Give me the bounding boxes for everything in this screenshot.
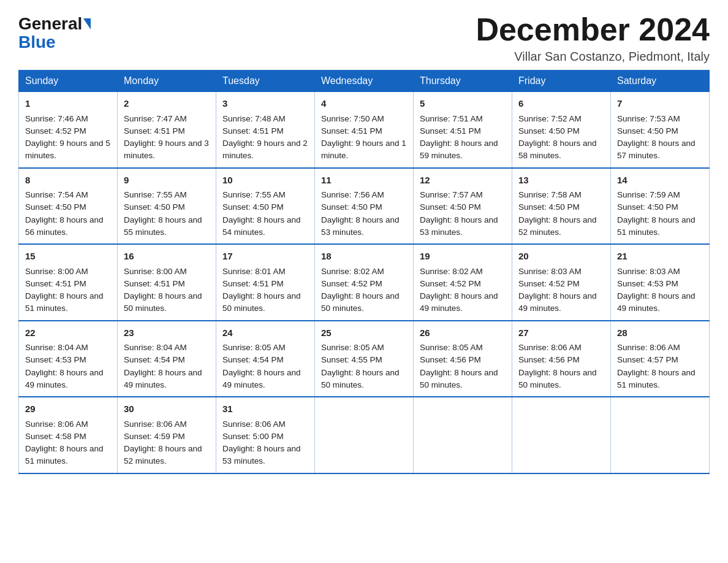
- calendar-cell: 10 Sunrise: 7:55 AMSunset: 4:50 PMDaylig…: [216, 168, 315, 245]
- calendar-cell: 27 Sunrise: 8:06 AMSunset: 4:56 PMDaylig…: [512, 321, 611, 397]
- day-number: 13: [518, 174, 604, 188]
- day-info: Sunrise: 8:01 AMSunset: 4:51 PMDaylight:…: [222, 267, 301, 313]
- calendar-header-row: SundayMondayTuesdayWednesdayThursdayFrid…: [19, 71, 710, 92]
- day-number: 11: [321, 174, 407, 188]
- day-number: 7: [617, 97, 703, 111]
- day-info: Sunrise: 7:52 AMSunset: 4:50 PMDaylight:…: [518, 114, 597, 161]
- calendar-cell: 9 Sunrise: 7:55 AMSunset: 4:50 PMDayligh…: [118, 168, 216, 245]
- day-info: Sunrise: 8:06 AMSunset: 4:56 PMDaylight:…: [518, 343, 597, 389]
- calendar-cell: 6 Sunrise: 7:52 AMSunset: 4:50 PMDayligh…: [512, 92, 611, 168]
- logo: General Blue: [18, 12, 91, 52]
- day-info: Sunrise: 7:53 AMSunset: 4:50 PMDaylight:…: [617, 114, 696, 161]
- day-info: Sunrise: 8:05 AMSunset: 4:56 PMDaylight:…: [420, 343, 498, 389]
- day-info: Sunrise: 7:47 AMSunset: 4:51 PMDaylight:…: [124, 114, 209, 161]
- calendar-cell: 14 Sunrise: 7:59 AMSunset: 4:50 PMDaylig…: [611, 168, 710, 245]
- calendar-cell: 12 Sunrise: 7:57 AMSunset: 4:50 PMDaylig…: [414, 168, 512, 245]
- day-number: 10: [222, 174, 308, 188]
- calendar-cell: 3 Sunrise: 7:48 AMSunset: 4:51 PMDayligh…: [216, 92, 315, 168]
- calendar-cell: [414, 397, 512, 473]
- calendar-cell: 4 Sunrise: 7:50 AMSunset: 4:51 PMDayligh…: [315, 92, 414, 168]
- logo-general: General: [18, 15, 82, 33]
- day-info: Sunrise: 8:06 AMSunset: 4:57 PMDaylight:…: [617, 343, 696, 389]
- day-number: 15: [25, 250, 111, 264]
- week-row-3: 15 Sunrise: 8:00 AMSunset: 4:51 PMDaylig…: [19, 244, 710, 321]
- day-info: Sunrise: 7:57 AMSunset: 4:50 PMDaylight:…: [420, 190, 498, 237]
- day-info: Sunrise: 7:50 AMSunset: 4:51 PMDaylight:…: [321, 114, 406, 161]
- header-friday: Friday: [512, 71, 611, 92]
- calendar-cell: 8 Sunrise: 7:54 AMSunset: 4:50 PMDayligh…: [19, 168, 118, 245]
- calendar-cell: [512, 397, 611, 473]
- day-number: 25: [321, 326, 407, 340]
- day-number: 12: [420, 174, 506, 188]
- calendar-cell: 28 Sunrise: 8:06 AMSunset: 4:57 PMDaylig…: [611, 321, 710, 397]
- day-number: 21: [617, 250, 703, 264]
- calendar-cell: 30 Sunrise: 8:06 AMSunset: 4:59 PMDaylig…: [118, 397, 216, 473]
- day-number: 2: [124, 97, 210, 111]
- week-row-4: 22 Sunrise: 8:04 AMSunset: 4:53 PMDaylig…: [19, 321, 710, 397]
- day-number: 23: [124, 326, 210, 340]
- day-info: Sunrise: 7:59 AMSunset: 4:50 PMDaylight:…: [617, 190, 696, 237]
- calendar-cell: 5 Sunrise: 7:51 AMSunset: 4:51 PMDayligh…: [414, 92, 512, 168]
- page-header: General Blue December 2024 Villar San Co…: [18, 12, 710, 64]
- day-info: Sunrise: 8:03 AMSunset: 4:53 PMDaylight:…: [617, 267, 696, 313]
- day-info: Sunrise: 7:48 AMSunset: 4:51 PMDaylight:…: [222, 114, 308, 161]
- logo-arrow-icon: [83, 18, 91, 29]
- day-info: Sunrise: 8:02 AMSunset: 4:52 PMDaylight:…: [420, 267, 498, 313]
- title-block: December 2024 Villar San Costanzo, Piedm…: [476, 12, 710, 64]
- calendar-cell: 25 Sunrise: 8:05 AMSunset: 4:55 PMDaylig…: [315, 321, 414, 397]
- day-info: Sunrise: 8:00 AMSunset: 4:51 PMDaylight:…: [25, 267, 104, 313]
- day-number: 26: [420, 326, 506, 340]
- day-info: Sunrise: 7:55 AMSunset: 4:50 PMDaylight:…: [124, 190, 202, 237]
- location-text: Villar San Costanzo, Piedmont, Italy: [476, 50, 710, 64]
- calendar-cell: 29 Sunrise: 8:06 AMSunset: 4:58 PMDaylig…: [19, 397, 118, 473]
- calendar-cell: 23 Sunrise: 8:04 AMSunset: 4:54 PMDaylig…: [118, 321, 216, 397]
- header-wednesday: Wednesday: [315, 71, 414, 92]
- calendar-cell: 20 Sunrise: 8:03 AMSunset: 4:52 PMDaylig…: [512, 244, 611, 321]
- day-info: Sunrise: 8:04 AMSunset: 4:53 PMDaylight:…: [25, 343, 104, 389]
- day-number: 14: [617, 174, 703, 188]
- day-number: 29: [25, 402, 111, 416]
- day-info: Sunrise: 7:51 AMSunset: 4:51 PMDaylight:…: [420, 114, 498, 161]
- day-number: 1: [25, 97, 111, 111]
- day-info: Sunrise: 8:02 AMSunset: 4:52 PMDaylight:…: [321, 267, 400, 313]
- day-number: 17: [222, 250, 308, 264]
- day-info: Sunrise: 8:06 AMSunset: 4:58 PMDaylight:…: [25, 419, 104, 466]
- day-info: Sunrise: 7:56 AMSunset: 4:50 PMDaylight:…: [321, 190, 400, 237]
- day-number: 27: [518, 326, 604, 340]
- calendar-table: SundayMondayTuesdayWednesdayThursdayFrid…: [18, 70, 710, 474]
- header-sunday: Sunday: [19, 71, 118, 92]
- day-number: 6: [518, 97, 604, 111]
- day-info: Sunrise: 7:46 AMSunset: 4:52 PMDaylight:…: [25, 114, 110, 161]
- calendar-cell: [315, 397, 414, 473]
- header-saturday: Saturday: [611, 71, 710, 92]
- day-number: 20: [518, 250, 604, 264]
- day-number: 9: [124, 174, 210, 188]
- week-row-2: 8 Sunrise: 7:54 AMSunset: 4:50 PMDayligh…: [19, 168, 710, 245]
- day-number: 4: [321, 97, 407, 111]
- calendar-cell: 15 Sunrise: 8:00 AMSunset: 4:51 PMDaylig…: [19, 244, 118, 321]
- day-number: 16: [124, 250, 210, 264]
- day-info: Sunrise: 8:06 AMSunset: 4:59 PMDaylight:…: [124, 419, 202, 466]
- calendar-cell: 22 Sunrise: 8:04 AMSunset: 4:53 PMDaylig…: [19, 321, 118, 397]
- day-info: Sunrise: 7:54 AMSunset: 4:50 PMDaylight:…: [25, 190, 104, 237]
- logo-blue: Blue: [18, 33, 56, 52]
- day-number: 28: [617, 326, 703, 340]
- header-monday: Monday: [118, 71, 216, 92]
- day-number: 18: [321, 250, 407, 264]
- header-tuesday: Tuesday: [216, 71, 315, 92]
- calendar-cell: 7 Sunrise: 7:53 AMSunset: 4:50 PMDayligh…: [611, 92, 710, 168]
- calendar-cell: 31 Sunrise: 8:06 AMSunset: 5:00 PMDaylig…: [216, 397, 315, 473]
- calendar-cell: 17 Sunrise: 8:01 AMSunset: 4:51 PMDaylig…: [216, 244, 315, 321]
- header-thursday: Thursday: [414, 71, 512, 92]
- calendar-cell: 19 Sunrise: 8:02 AMSunset: 4:52 PMDaylig…: [414, 244, 512, 321]
- calendar-cell: 18 Sunrise: 8:02 AMSunset: 4:52 PMDaylig…: [315, 244, 414, 321]
- day-info: Sunrise: 8:04 AMSunset: 4:54 PMDaylight:…: [124, 343, 202, 389]
- day-info: Sunrise: 8:06 AMSunset: 5:00 PMDaylight:…: [222, 419, 301, 466]
- day-number: 3: [222, 97, 308, 111]
- calendar-cell: [611, 397, 710, 473]
- day-number: 30: [124, 402, 210, 416]
- day-number: 31: [222, 402, 308, 416]
- calendar-cell: 13 Sunrise: 7:58 AMSunset: 4:50 PMDaylig…: [512, 168, 611, 245]
- day-number: 5: [420, 97, 506, 111]
- calendar-cell: 16 Sunrise: 8:00 AMSunset: 4:51 PMDaylig…: [118, 244, 216, 321]
